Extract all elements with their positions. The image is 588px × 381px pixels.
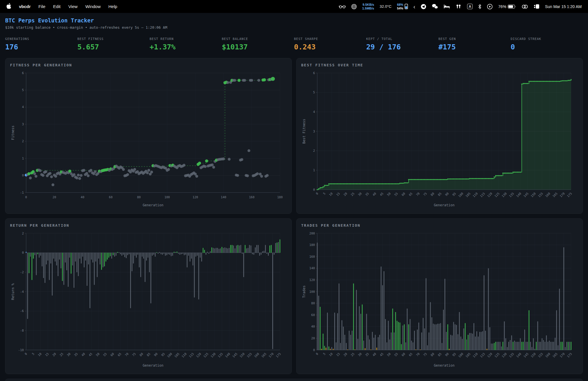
menu-help[interactable]: Help xyxy=(109,4,117,9)
svg-text:120: 120 xyxy=(193,195,198,199)
svg-text:60: 60 xyxy=(109,195,113,199)
stage-manager-icon[interactable] xyxy=(534,4,539,9)
collapse-menu-icon[interactable]: ‹ xyxy=(413,4,415,9)
svg-text:10: 10 xyxy=(328,192,333,197)
airpods-icon[interactable] xyxy=(455,4,462,9)
svg-text:-10: -10 xyxy=(18,348,24,352)
telegram-icon[interactable] xyxy=(421,4,426,9)
svg-text:135: 135 xyxy=(508,352,514,358)
svg-text:45: 45 xyxy=(88,352,93,357)
link-icon[interactable] xyxy=(521,4,528,9)
svg-text:-6: -6 xyxy=(20,309,24,313)
svg-text:Generation: Generation xyxy=(143,203,163,207)
svg-text:115: 115 xyxy=(479,192,486,198)
device-battery[interactable]: 68% 54% xyxy=(397,3,408,10)
menu-window[interactable]: Window xyxy=(85,4,100,9)
svg-text:4: 4 xyxy=(313,110,315,114)
menu-file[interactable]: File xyxy=(38,4,45,9)
svg-text:140: 140 xyxy=(309,266,315,270)
dashboard: BTC Perps Evolution Tracker $10k startin… xyxy=(0,17,588,381)
temperature[interactable]: 32.0°C xyxy=(380,4,391,9)
svg-text:65: 65 xyxy=(117,352,122,357)
svg-text:2: 2 xyxy=(22,232,24,235)
svg-text:160: 160 xyxy=(254,352,260,358)
svg-text:25: 25 xyxy=(350,352,355,357)
svg-text:130: 130 xyxy=(501,192,507,198)
menu-edit[interactable]: Edit xyxy=(53,4,61,9)
network-speed[interactable]: 9.5KB/s 1.5MB/s xyxy=(362,3,374,10)
menu-view[interactable]: View xyxy=(68,4,78,9)
input-source-icon[interactable]: A xyxy=(467,4,473,9)
menu-app-name[interactable]: vbcdr xyxy=(19,4,31,9)
svg-text:80: 80 xyxy=(137,195,141,199)
svg-text:125: 125 xyxy=(494,352,500,358)
menu-clock[interactable]: Sun Mar 15 1:20 AM xyxy=(545,4,582,9)
svg-text:Generation: Generation xyxy=(143,363,163,367)
stat-best-gen: BEST GEN #175 xyxy=(438,37,511,51)
svg-text:85: 85 xyxy=(146,352,151,357)
svg-text:120: 120 xyxy=(196,352,202,358)
svg-text:95: 95 xyxy=(452,192,457,197)
mac-battery[interactable]: 76% xyxy=(498,4,516,9)
bed-icon[interactable] xyxy=(444,4,450,9)
svg-text:0: 0 xyxy=(22,251,24,255)
svg-text:130: 130 xyxy=(210,352,216,358)
next-panel-edge xyxy=(5,379,583,381)
svg-text:45: 45 xyxy=(379,352,384,357)
apple-icon[interactable] xyxy=(6,3,11,10)
svg-text:165: 165 xyxy=(552,192,558,198)
return-per-generation-panel: RETURN PER GENERATION 051015202530354045… xyxy=(5,218,292,374)
svg-text:Trades: Trades xyxy=(302,285,306,298)
svg-text:140: 140 xyxy=(516,352,522,358)
svg-text:160: 160 xyxy=(545,192,551,198)
svg-text:160: 160 xyxy=(249,195,254,199)
svg-text:105: 105 xyxy=(465,352,471,358)
svg-text:80: 80 xyxy=(311,301,315,305)
svg-text:85: 85 xyxy=(437,192,442,197)
glasses-icon[interactable] xyxy=(339,4,346,9)
svg-text:Best Fitness: Best Fitness xyxy=(302,119,306,144)
svg-text:135: 135 xyxy=(508,192,514,198)
bluetooth-icon[interactable] xyxy=(478,4,481,9)
svg-text:60: 60 xyxy=(110,352,115,357)
svg-text:3: 3 xyxy=(22,122,24,126)
svg-text:6: 6 xyxy=(22,71,24,75)
svg-text:30: 30 xyxy=(66,352,71,357)
svg-text:140: 140 xyxy=(516,192,522,198)
wechat-icon[interactable] xyxy=(432,4,438,9)
trades-per-generation-chart: 0510152025303540455055606570758085909510… xyxy=(301,229,578,369)
svg-text:80: 80 xyxy=(139,352,144,357)
svg-text:95: 95 xyxy=(160,352,165,357)
svg-text:5: 5 xyxy=(322,192,326,195)
svg-text:25: 25 xyxy=(59,352,64,357)
svg-text:80: 80 xyxy=(430,192,435,197)
svg-text:125: 125 xyxy=(203,352,209,358)
svg-text:15: 15 xyxy=(45,352,49,357)
svg-text:110: 110 xyxy=(472,192,478,198)
battery-percent: 76% xyxy=(498,4,506,9)
svg-text:70: 70 xyxy=(124,352,129,357)
svg-text:5: 5 xyxy=(313,91,315,94)
svg-text:30: 30 xyxy=(357,352,362,357)
return-per-generation-chart: 0510152025303540455055606570758085909510… xyxy=(10,229,287,369)
svg-text:90: 90 xyxy=(444,192,449,197)
download-speed: 1.5MB/s xyxy=(362,7,374,10)
svg-text:90: 90 xyxy=(153,352,158,357)
svg-text:-1: -1 xyxy=(20,191,24,195)
svg-text:130: 130 xyxy=(501,352,507,358)
svg-text:155: 155 xyxy=(246,352,252,358)
svg-text:120: 120 xyxy=(487,192,493,198)
airdrop-icon[interactable] xyxy=(351,4,357,9)
svg-text:10: 10 xyxy=(328,352,333,357)
svg-text:140: 140 xyxy=(221,195,226,199)
svg-text:65: 65 xyxy=(408,352,413,357)
svg-text:20: 20 xyxy=(311,336,315,340)
svg-text:135: 135 xyxy=(217,352,223,358)
svg-text:2: 2 xyxy=(22,139,24,143)
phone-battery-icon xyxy=(405,4,408,9)
play-circle-icon[interactable] xyxy=(487,4,493,9)
svg-text:0: 0 xyxy=(313,348,315,352)
svg-text:40: 40 xyxy=(311,325,315,328)
svg-text:-2: -2 xyxy=(20,270,24,274)
svg-text:50: 50 xyxy=(95,352,100,357)
